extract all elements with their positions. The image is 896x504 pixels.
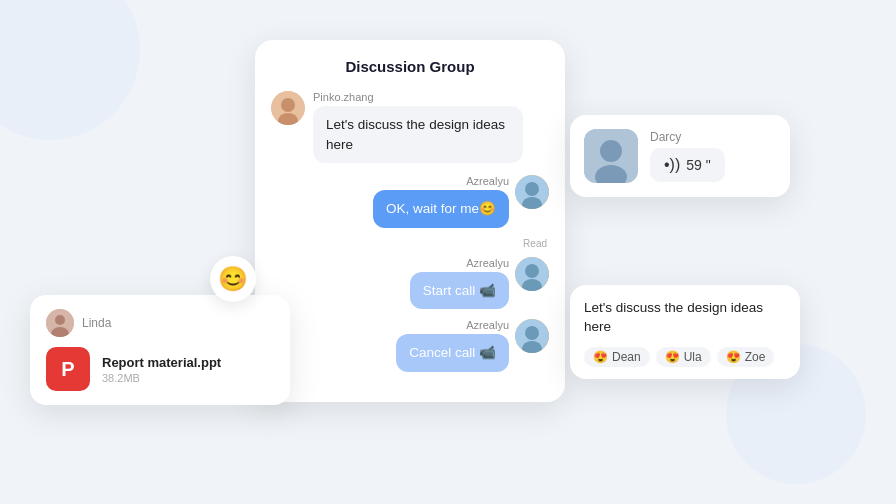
azrealyu-cancel-col: Azrealyu Cancel call 📹 [396, 319, 509, 372]
react-row: 😍 Dean 😍 Ula 😍 Zoe [584, 347, 786, 367]
azrealyu-start-sender: Azrealyu [466, 257, 509, 269]
azrealyu-start-avatar [515, 257, 549, 291]
svg-point-1 [281, 98, 295, 112]
azrealyu-ok-sender: Azrealyu [466, 175, 509, 187]
react-label-ula: Ula [684, 350, 702, 364]
file-row: P Report material.ppt 38.2MB [46, 347, 274, 391]
linda-name: Linda [82, 316, 111, 330]
darcy-card: Darcy •)) 59 " [570, 115, 790, 197]
main-chat-window: Discussion Group Pinko.zhang Let's discu… [255, 40, 565, 402]
react-chip-dean: 😍 Dean [584, 347, 650, 367]
react-chip-zoe: 😍 Zoe [717, 347, 775, 367]
read-label: Read [271, 238, 547, 249]
audio-wave-icon: •)) [664, 156, 680, 174]
darcy-avatar [584, 129, 638, 183]
linda-card: Linda P Report material.ppt 38.2MB [30, 295, 290, 405]
darcy-duration: 59 " [686, 157, 710, 173]
pinko-avatar [271, 91, 305, 125]
azrealyu-ok-avatar [515, 175, 549, 209]
react-chip-ula: 😍 Ula [656, 347, 711, 367]
darcy-info: Darcy •)) 59 " [650, 130, 725, 182]
emoji-float: 😊 [210, 256, 256, 302]
azrealyu-start-row: Azrealyu Start call 📹 [271, 257, 549, 310]
azrealyu-ok-row: Azrealyu OK, wait for me😊 [271, 175, 549, 228]
azrealyu-cancel-bubble[interactable]: Cancel call 📹 [396, 334, 509, 372]
svg-point-4 [525, 182, 539, 196]
linda-top: Linda [46, 309, 274, 337]
azrealyu-ok-col: Azrealyu OK, wait for me😊 [373, 175, 509, 228]
discuss-card-text: Let's discuss the design ideas here [584, 299, 786, 337]
react-label-zoe: Zoe [745, 350, 766, 364]
pinko-sender: Pinko.zhang [313, 91, 523, 103]
discuss-card: Let's discuss the design ideas here 😍 De… [570, 285, 800, 379]
react-emoji-ula: 😍 [665, 350, 680, 364]
pinko-msg-col: Pinko.zhang Let's discuss the design ide… [313, 91, 523, 163]
svg-point-13 [600, 140, 622, 162]
azrealyu-cancel-sender: Azrealyu [466, 319, 509, 331]
darcy-audio-bubble: •)) 59 " [650, 148, 725, 182]
react-label-dean: Dean [612, 350, 641, 364]
file-name: Report material.ppt [102, 355, 221, 370]
azrealyu-cancel-row: Azrealyu Cancel call 📹 [271, 319, 549, 372]
svg-point-10 [525, 326, 539, 340]
file-size: 38.2MB [102, 372, 221, 384]
file-icon: P [46, 347, 90, 391]
azrealyu-ok-bubble: OK, wait for me😊 [373, 190, 509, 228]
darcy-name: Darcy [650, 130, 725, 144]
azrealyu-cancel-avatar [515, 319, 549, 353]
azrealyu-start-col: Azrealyu Start call 📹 [410, 257, 509, 310]
svg-point-7 [525, 264, 539, 278]
file-info: Report material.ppt 38.2MB [102, 355, 221, 384]
chat-title: Discussion Group [271, 58, 549, 75]
react-emoji-zoe: 😍 [726, 350, 741, 364]
react-emoji-dean: 😍 [593, 350, 608, 364]
svg-point-16 [55, 315, 65, 325]
azrealyu-start-bubble[interactable]: Start call 📹 [410, 272, 509, 310]
pinko-message-row: Pinko.zhang Let's discuss the design ide… [271, 91, 549, 163]
pinko-bubble: Let's discuss the design ideas here [313, 106, 523, 163]
linda-avatar [46, 309, 74, 337]
